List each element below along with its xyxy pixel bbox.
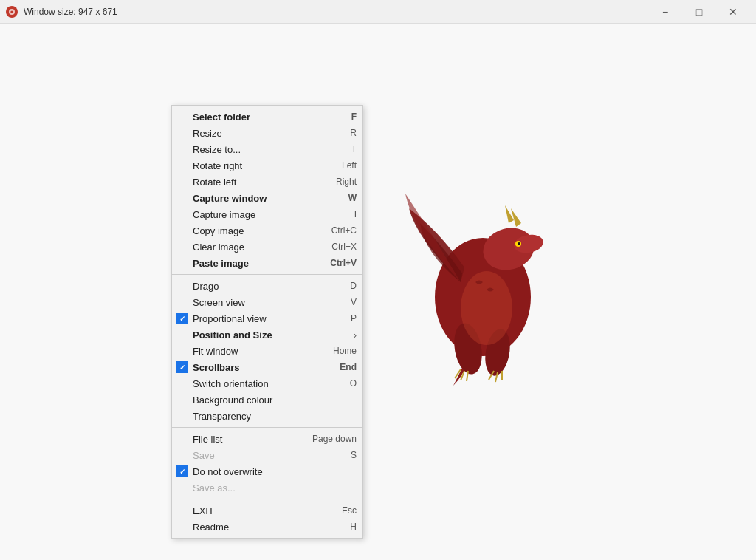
menu-shortcut-proportional-view: P — [351, 313, 357, 324]
menu-item-save: SaveS — [172, 447, 362, 463]
menu-label-resize-to: Resize to... — [193, 144, 340, 155]
title-bar: Window size: 947 x 671 − □ ✕ — [0, 0, 756, 24]
menu-shortcut-fit-window: Home — [333, 346, 357, 356]
menu-item-background-colour[interactable]: Background colour — [172, 392, 362, 408]
menu-item-capture-image[interactable]: Capture imageI — [172, 206, 362, 222]
menu-item-fit-window[interactable]: Fit windowHome — [172, 343, 362, 359]
menu-item-screen-view[interactable]: Screen viewV — [172, 294, 362, 310]
menu-label-scrollbars: Scrollbars — [193, 362, 328, 373]
menu-item-scrollbars[interactable]: ✓ScrollbarsEnd — [172, 359, 362, 375]
svg-marker-5 — [505, 205, 514, 223]
menu-item-resize[interactable]: ResizeR — [172, 125, 362, 141]
menu-shortcut-rotate-left: Right — [336, 177, 357, 187]
menu-item-transparency[interactable]: Transparency — [172, 408, 362, 424]
title-bar-left: Window size: 947 x 671 — [6, 6, 117, 18]
menu-label-switch-orientation: Switch orientation — [193, 378, 338, 389]
menu-label-rotate-right: Rotate right — [193, 160, 330, 171]
menu-shortcut-scrollbars: End — [340, 362, 357, 372]
menu-label-resize: Resize — [193, 128, 338, 139]
app-icon — [6, 6, 18, 18]
menu-shortcut-capture-window: W — [348, 193, 357, 203]
menu-shortcut-exit: Esc — [342, 505, 357, 516]
menu-label-save-as: Save as... — [193, 482, 357, 494]
menu-separator — [172, 499, 362, 499]
menu-item-file-list[interactable]: File listPage down — [172, 431, 362, 447]
menu-label-copy-image: Copy image — [193, 225, 320, 236]
menu-label-exit: EXIT — [193, 505, 330, 516]
menu-label-do-not-overwrite: Do not overwrite — [193, 466, 357, 477]
menu-item-select-folder[interactable]: Select folderF — [172, 109, 362, 125]
svg-point-10 — [461, 271, 512, 345]
check-mark-proportional-view: ✓ — [176, 313, 188, 324]
menu-separator — [172, 274, 362, 275]
menu-shortcut-copy-image: Ctrl+C — [331, 225, 357, 236]
menu-shortcut-clear-image: Ctrl+X — [331, 242, 357, 252]
menu-separator — [172, 427, 362, 428]
menu-shortcut-save: S — [351, 450, 357, 460]
menu-shortcut-screen-view: V — [351, 297, 357, 307]
menu-item-paste-image[interactable]: Paste imageCtrl+V — [172, 255, 362, 271]
menu-shortcut-paste-image: Ctrl+V — [330, 258, 357, 268]
dragon-image — [402, 134, 564, 393]
maximize-button[interactable]: □ — [682, 0, 716, 24]
menu-label-transparency: Transparency — [193, 411, 357, 422]
menu-item-switch-orientation[interactable]: Switch orientationO — [172, 375, 362, 392]
svg-marker-4 — [511, 208, 521, 227]
menu-label-select-folder: Select folder — [193, 112, 340, 123]
minimize-button[interactable]: − — [648, 0, 682, 24]
menu-label-background-colour: Background colour — [193, 395, 357, 406]
menu-label-position-and-size: Position and Size — [193, 329, 348, 341]
check-mark-scrollbars: ✓ — [176, 361, 188, 373]
menu-item-rotate-right[interactable]: Rotate rightLeft — [172, 157, 362, 174]
menu-label-capture-window: Capture window — [193, 193, 337, 204]
menu-item-copy-image[interactable]: Copy imageCtrl+C — [172, 222, 362, 239]
menu-item-readme[interactable]: ReadmeH — [172, 519, 362, 535]
menu-item-proportional-view[interactable]: ✓Proportional viewP — [172, 310, 362, 327]
menu-label-save: Save — [193, 450, 339, 461]
menu-item-drago[interactable]: DragoD — [172, 278, 362, 294]
main-area: Select folderFResizeRResize to...TRotate… — [0, 24, 756, 560]
menu-shortcut-file-list: Page down — [312, 434, 357, 444]
menu-label-clear-image: Clear image — [193, 242, 320, 253]
menu-item-resize-to[interactable]: Resize to...T — [172, 141, 362, 157]
menu-shortcut-drago: D — [350, 281, 357, 291]
menu-item-exit[interactable]: EXITEsc — [172, 502, 362, 519]
menu-label-rotate-left: Rotate left — [193, 177, 324, 188]
menu-shortcut-select-folder: F — [351, 112, 357, 122]
menu-label-proportional-view: Proportional view — [193, 313, 339, 324]
menu-arrow-position-and-size: › — [354, 329, 357, 341]
context-menu: Select folderFResizeRResize to...TRotate… — [171, 105, 363, 539]
menu-shortcut-resize: R — [350, 128, 357, 138]
menu-item-save-as: Save as... — [172, 479, 362, 496]
menu-item-do-not-overwrite[interactable]: ✓Do not overwrite — [172, 463, 362, 479]
menu-label-paste-image: Paste image — [193, 258, 318, 269]
menu-item-clear-image[interactable]: Clear imageCtrl+X — [172, 239, 362, 255]
menu-label-fit-window: Fit window — [193, 346, 321, 357]
svg-point-7 — [518, 242, 520, 245]
title-bar-controls: − □ ✕ — [648, 0, 750, 24]
menu-label-readme: Readme — [193, 522, 338, 533]
menu-item-capture-window[interactable]: Capture windowW — [172, 190, 362, 206]
menu-item-position-and-size[interactable]: Position and Size› — [172, 327, 362, 343]
menu-shortcut-readme: H — [350, 522, 357, 532]
menu-shortcut-switch-orientation: O — [350, 378, 357, 389]
close-button[interactable]: ✕ — [716, 0, 750, 24]
menu-label-drago: Drago — [193, 281, 338, 292]
menu-shortcut-capture-image: I — [354, 209, 357, 219]
menu-item-rotate-left[interactable]: Rotate leftRight — [172, 174, 362, 190]
menu-shortcut-resize-to: T — [351, 144, 357, 154]
check-mark-do-not-overwrite: ✓ — [176, 465, 188, 477]
window-title: Window size: 947 x 671 — [24, 7, 117, 17]
menu-shortcut-rotate-right: Left — [342, 160, 357, 171]
menu-label-file-list: File list — [193, 434, 300, 445]
menu-label-capture-image: Capture image — [193, 209, 343, 220]
menu-label-screen-view: Screen view — [193, 297, 339, 308]
